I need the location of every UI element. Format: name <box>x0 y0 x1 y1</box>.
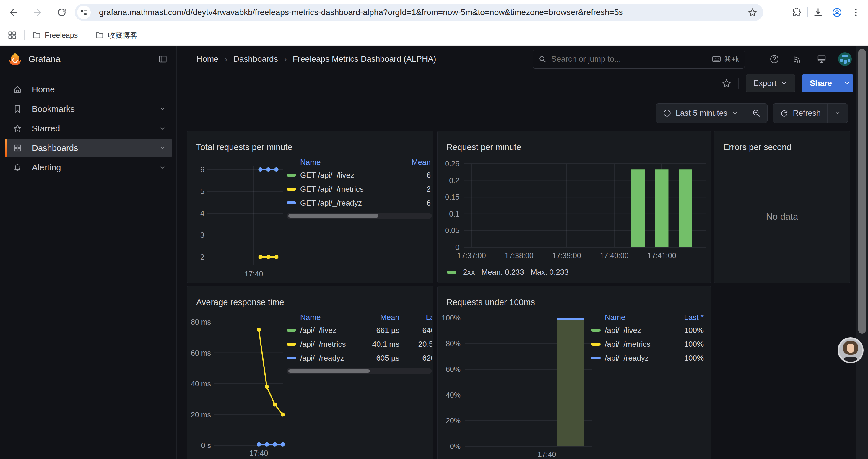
svg-text:60 ms: 60 ms <box>191 349 211 357</box>
export-button[interactable]: Export <box>746 74 795 93</box>
panel-total-requests-per-minute[interactable]: Total requests per minute 6543217:40 Nam… <box>187 131 433 283</box>
series-name: /api/_/metrics <box>300 340 365 349</box>
reload-icon[interactable] <box>57 7 67 18</box>
user-avatar[interactable] <box>838 52 852 66</box>
legend-value: 40.1 ms <box>365 340 401 349</box>
floating-avatar[interactable] <box>839 339 862 362</box>
alerting-bell-icon <box>13 163 22 172</box>
legend-row[interactable]: /api/_/readyz100% <box>591 351 705 365</box>
dashboards-grid-icon <box>13 143 22 153</box>
svg-text:0: 0 <box>455 243 459 251</box>
chevron-down-icon <box>732 109 739 117</box>
profile-icon[interactable] <box>832 7 842 18</box>
time-range-picker[interactable]: Last 5 minutes <box>656 104 745 123</box>
svg-text:80%: 80% <box>446 339 461 348</box>
panel-errors-per-second[interactable]: Errors per second No data <box>714 131 850 283</box>
legend-value: 605 µs <box>365 354 401 363</box>
search-box[interactable]: ⌘+k <box>533 50 745 68</box>
toolbar-divider <box>807 7 808 18</box>
legend-row[interactable]: /api/_/metrics40.1 ms20.5 ms <box>286 337 432 351</box>
zoom-out-button[interactable] <box>745 104 767 123</box>
browser-toolbar <box>0 0 868 25</box>
bookmark-folder-blogs[interactable]: 收藏博客 <box>95 30 137 40</box>
chevron-down-icon[interactable] <box>159 125 166 132</box>
panel-requests-under-100ms[interactable]: Requests under 100ms 100%80%60%40%20%0%1… <box>437 286 711 459</box>
chart-request-per-minute: 0.250.20.150.10.05017:37:0017:38:0017:39… <box>438 131 711 283</box>
address-bar[interactable] <box>75 4 763 21</box>
brand-name: Grafana <box>28 54 158 64</box>
chevron-down-icon[interactable] <box>159 144 166 152</box>
legend-row[interactable]: /api/_/metrics100% <box>591 337 705 351</box>
legend-value: 6 <box>385 171 432 180</box>
series-name: GET /api/_/metrics <box>300 185 385 194</box>
legend-table: NameLast */api/_/livez100%/api/_/metrics… <box>591 312 705 365</box>
panel-title[interactable]: Errors per second <box>723 142 792 152</box>
legend-row[interactable]: /api/_/livez100% <box>591 323 705 337</box>
legend-row[interactable]: GET /api/_/metrics2 <box>286 182 432 196</box>
bookmark-folder-label: Freeleaps <box>45 31 78 40</box>
legend-scrollbar-thumb[interactable] <box>288 214 378 218</box>
legend-row[interactable]: /api/_/livez661 µs646 µs <box>286 323 432 337</box>
legend-header: NameMeanLast * <box>286 312 432 323</box>
panel-average-response-time[interactable]: Average response time 80 ms60 ms40 ms20 … <box>187 286 433 459</box>
share-label: Share <box>810 79 832 88</box>
sidebar-item-starred[interactable]: Starred <box>5 119 172 138</box>
legend-line[interactable]: 2xx Mean: 0.233 Max: 0.233 <box>447 268 569 277</box>
legend-row[interactable]: /api/_/readyz605 µs620 µs <box>286 351 432 365</box>
help-icon[interactable] <box>769 54 779 64</box>
sidebar-item-label: Alerting <box>32 163 159 172</box>
favorite-star-icon[interactable] <box>722 78 731 88</box>
chevron-down-icon[interactable] <box>159 164 166 171</box>
legend-row[interactable]: GET /api/_/livez6 <box>286 168 432 182</box>
series-name: 2xx <box>463 268 475 277</box>
series-name: /api/_/readyz <box>300 354 365 363</box>
rss-icon[interactable] <box>793 54 803 64</box>
search-input[interactable] <box>551 54 712 64</box>
bookmark-icon <box>13 104 22 113</box>
sidebar-item-dashboards[interactable]: Dashboards <box>5 138 172 157</box>
refresh-interval-button[interactable] <box>827 104 848 123</box>
time-range-label: Last 5 minutes <box>676 109 728 118</box>
refresh-button[interactable]: Refresh <box>773 104 827 123</box>
menu-kebab-icon[interactable] <box>851 7 861 18</box>
time-picker-group: Last 5 minutes <box>656 103 768 123</box>
back-icon[interactable] <box>8 7 18 18</box>
series-color-pill <box>591 342 601 346</box>
forward-icon[interactable] <box>32 7 42 18</box>
download-icon[interactable] <box>813 7 823 18</box>
apps-grid-icon[interactable] <box>8 31 17 40</box>
tune-icon[interactable] <box>77 6 91 19</box>
series-color-pill <box>286 201 296 204</box>
legend-scrollbar[interactable] <box>286 213 432 219</box>
page-scrollbar[interactable] <box>856 46 868 459</box>
chevron-down-icon <box>834 109 841 117</box>
legend-scrollbar-thumb[interactable] <box>288 369 370 373</box>
breadcrumb-home[interactable]: Home <box>196 54 219 64</box>
legend-row[interactable]: GET /api/_/readyz6 <box>286 196 432 210</box>
sidebar-item-bookmarks[interactable]: Bookmarks <box>5 100 172 119</box>
share-menu-button[interactable] <box>840 74 853 93</box>
bookmark-star-icon[interactable] <box>748 8 757 17</box>
page-scrollbar-thumb[interactable] <box>858 49 866 334</box>
series-mean: Mean: 0.233 <box>481 268 524 277</box>
series-name: /api/_/livez <box>300 326 365 335</box>
breadcrumb-dashboards[interactable]: Dashboards <box>234 54 278 64</box>
share-button[interactable]: Share <box>802 74 840 93</box>
sidebar-item-home[interactable]: Home <box>5 80 172 99</box>
grafana-logo[interactable] <box>8 52 22 66</box>
refresh-icon <box>780 109 788 118</box>
chevron-down-icon[interactable] <box>159 105 166 113</box>
extensions-icon[interactable] <box>792 7 802 18</box>
dock-menu-icon[interactable] <box>158 54 167 64</box>
grafana-header: Home Dashboards Freeleaps Metrics Dashbo… <box>177 46 868 72</box>
series-color-pill <box>286 357 296 359</box>
monitor-icon[interactable] <box>816 54 827 64</box>
svg-text:3: 3 <box>200 231 205 239</box>
bookmark-folder-freeleaps[interactable]: Freeleaps <box>32 31 78 40</box>
main-area: Home Dashboards Freeleaps Metrics Dashbo… <box>177 46 868 459</box>
panel-request-per-minute[interactable]: Request per minute 0.250.20.150.10.05017… <box>437 131 711 283</box>
legend-scrollbar[interactable] <box>286 368 432 374</box>
sidebar-item-alerting[interactable]: Alerting <box>5 158 172 177</box>
url-input[interactable] <box>98 7 748 18</box>
svg-text:0.05: 0.05 <box>445 226 459 234</box>
